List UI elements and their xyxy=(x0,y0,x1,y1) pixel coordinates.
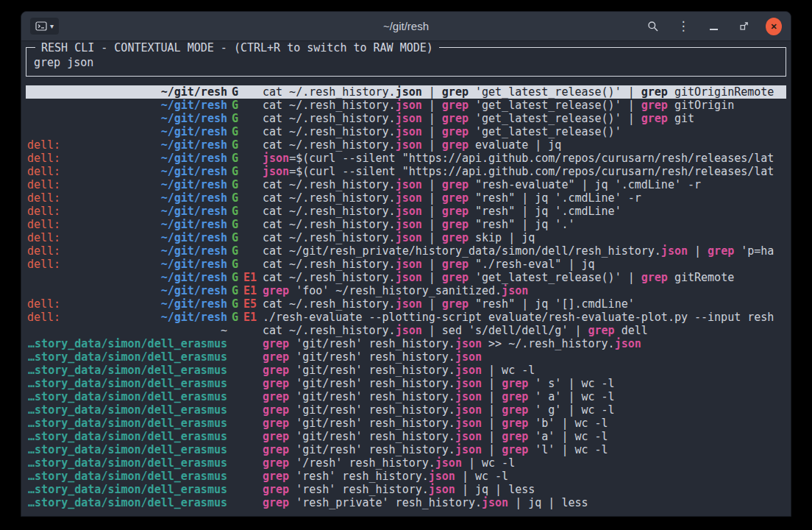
match-highlight: json xyxy=(396,205,422,218)
row-location: …story_data/simon/dell_erasmus xyxy=(27,377,227,390)
row-location: dell:~/git/resh xyxy=(27,297,227,311)
match-highlight: grep xyxy=(588,324,615,337)
history-row[interactable]: ~/git/reshGE1grep 'foo' ~/resh_history_s… xyxy=(26,284,786,297)
restore-button[interactable] xyxy=(736,18,752,35)
history-row[interactable]: …story_data/simon/dell_erasmusgrep 'git/… xyxy=(26,350,786,364)
close-button[interactable]: ✕ xyxy=(766,18,782,35)
match-highlight: grep xyxy=(442,125,469,138)
match-highlight: grep xyxy=(708,244,734,258)
command-fragment: 'b' | wc -l xyxy=(528,417,608,430)
status-flags xyxy=(232,456,263,470)
search-button[interactable] xyxy=(645,18,661,35)
command-fragment: | wc -l xyxy=(462,456,515,470)
history-row[interactable]: ~/git/reshGcat ~/.resh_history.json | gr… xyxy=(26,125,786,138)
history-row[interactable]: dell:~/git/reshGjson=$(curl --silent "ht… xyxy=(26,152,786,165)
command-fragment: cat ~/.resh_history. xyxy=(263,297,396,311)
history-row[interactable]: dell:~/git/reshGcat ~/.resh_history.json… xyxy=(26,231,786,244)
command-fragment: 'get_latest_release()' | xyxy=(469,112,641,125)
row-location: dell:~/git/resh xyxy=(27,218,227,231)
match-highlight: grep xyxy=(442,297,469,311)
command-fragment: '/resh' resh_history. xyxy=(289,456,435,470)
history-row[interactable]: …story_data/simon/dell_erasmusgrep 'git/… xyxy=(26,443,786,456)
command-text: grep 'git/resh' resh_history.json | grep… xyxy=(263,430,785,443)
history-row[interactable]: …story_data/simon/dell_erasmusgrep 'git/… xyxy=(26,403,786,417)
match-highlight: grep xyxy=(502,403,528,417)
history-row[interactable]: …story_data/simon/dell_erasmusgrep 'resh… xyxy=(26,470,786,483)
history-row[interactable]: dell:~/git/reshGcat ~/git/resh_private/h… xyxy=(26,244,786,258)
titlebar[interactable]: ▾ ~/git/resh ⋮ xyxy=(21,12,791,41)
history-row[interactable]: dell:~/git/reshGcat ~/.resh_history.json… xyxy=(26,258,786,271)
history-row[interactable]: dell:~/git/reshGjson=$(curl --silent "ht… xyxy=(26,165,786,178)
command-fragment: | xyxy=(482,443,502,456)
flag-g: G xyxy=(232,152,238,165)
command-fragment: 'p=ha xyxy=(734,244,774,258)
match-highlight: grep xyxy=(641,85,668,99)
history-row[interactable]: …story_data/simon/dell_erasmusgrep 'git/… xyxy=(26,337,786,350)
match-highlight: grep xyxy=(263,364,289,377)
host-label: dell: xyxy=(27,311,60,324)
history-row[interactable]: dell:~/git/reshGE5cat ~/.resh_history.js… xyxy=(26,297,786,311)
history-row[interactable]: dell:~/git/reshGcat ~/.resh_history.json… xyxy=(26,138,786,152)
history-row[interactable]: dell:~/git/reshGcat ~/.resh_history.json… xyxy=(26,178,786,191)
directory-label: ~/git/resh xyxy=(161,85,227,99)
row-location: …story_data/simon/dell_erasmus xyxy=(27,430,227,443)
match-highlight: json xyxy=(396,258,422,271)
minimize-button[interactable] xyxy=(705,18,722,35)
directory-label: ~/git/resh xyxy=(161,258,227,271)
directory-label: ~/git/resh xyxy=(161,231,227,244)
status-flags: G xyxy=(232,112,263,125)
flag-g: G xyxy=(232,284,238,297)
row-location: dell:~/git/resh xyxy=(27,205,227,218)
history-row[interactable]: …story_data/simon/dell_erasmusgrep 'git/… xyxy=(26,430,786,443)
directory-label: ~/git/resh xyxy=(161,138,227,152)
command-fragment: 'get_latest_release()' xyxy=(469,125,622,138)
history-row[interactable]: ~cat ~/.resh_history.json | sed 's/dell/… xyxy=(26,324,786,337)
history-row[interactable]: …story_data/simon/dell_erasmusgrep 'git/… xyxy=(26,377,786,390)
match-highlight: grep xyxy=(442,231,469,244)
flag-g: G xyxy=(232,85,238,99)
history-row[interactable]: …story_data/simon/dell_erasmusgrep 'resh… xyxy=(26,483,786,496)
history-row-selected[interactable]: ~/git/reshGcat ~/.resh_history.json | gr… xyxy=(26,85,786,99)
history-row[interactable]: dell:~/git/reshGE1./resh-evaluate --plot… xyxy=(26,311,786,324)
history-row[interactable]: …story_data/simon/dell_erasmusgrep '/res… xyxy=(26,456,786,470)
search-input[interactable]: grep json xyxy=(34,56,778,69)
history-row[interactable]: …story_data/simon/dell_erasmusgrep 'git/… xyxy=(26,364,786,377)
match-highlight: json xyxy=(396,125,422,138)
history-row[interactable]: dell:~/git/reshGcat ~/.resh_history.json… xyxy=(26,205,786,218)
directory-label: ~/git/resh xyxy=(161,205,227,218)
flag-g: G xyxy=(232,218,238,231)
status-flags xyxy=(232,324,263,337)
flag-g: G xyxy=(232,244,238,258)
history-row[interactable]: ~/git/reshGcat ~/.resh_history.json | gr… xyxy=(26,112,786,125)
minimize-icon xyxy=(710,29,718,30)
match-highlight: grep xyxy=(442,218,469,231)
command-fragment: cat ~/.resh_history. xyxy=(263,85,396,99)
history-row[interactable]: ~/git/reshGE1cat ~/.resh_history.json | … xyxy=(26,271,786,284)
status-flags: G xyxy=(232,231,263,244)
match-highlight: json xyxy=(455,443,482,456)
history-row[interactable]: …story_data/simon/dell_erasmusgrep 'git/… xyxy=(26,390,786,403)
match-highlight: json xyxy=(396,191,422,205)
directory-label: …story_data/simon/dell_erasmus xyxy=(28,417,227,430)
match-highlight: json xyxy=(396,218,422,231)
menu-button[interactable]: ⋮ xyxy=(675,18,691,35)
directory-label: ~/git/resh xyxy=(161,271,227,284)
history-row[interactable]: ~/git/reshGcat ~/.resh_history.json | gr… xyxy=(26,99,786,112)
directory-label: ~/git/resh xyxy=(161,152,227,165)
status-flags xyxy=(232,470,263,483)
history-row[interactable]: dell:~/git/reshGcat ~/.resh_history.json… xyxy=(26,218,786,231)
command-text: cat ~/.resh_history.json | grep 'get_lat… xyxy=(263,271,785,284)
new-terminal-button[interactable]: ▾ xyxy=(30,18,59,35)
command-fragment: | xyxy=(422,178,442,191)
status-flags: G xyxy=(232,191,263,205)
history-row[interactable]: dell:~/git/reshGcat ~/.resh_history.json… xyxy=(26,191,786,205)
match-highlight: json xyxy=(396,271,422,284)
command-text: grep 'resh' resh_history.json | jq | les… xyxy=(263,483,785,496)
row-location: …story_data/simon/dell_erasmus xyxy=(27,350,227,364)
history-row[interactable]: …story_data/simon/dell_erasmusgrep 'git/… xyxy=(26,417,786,430)
command-fragment: cat ~/.resh_history. xyxy=(263,191,396,205)
command-fragment: | xyxy=(422,258,442,271)
match-highlight: grep xyxy=(442,205,469,218)
history-row[interactable]: …story_data/simon/dell_erasmusgrep 'resh… xyxy=(26,496,786,509)
command-fragment: "resh" | jq '.' xyxy=(469,218,575,231)
